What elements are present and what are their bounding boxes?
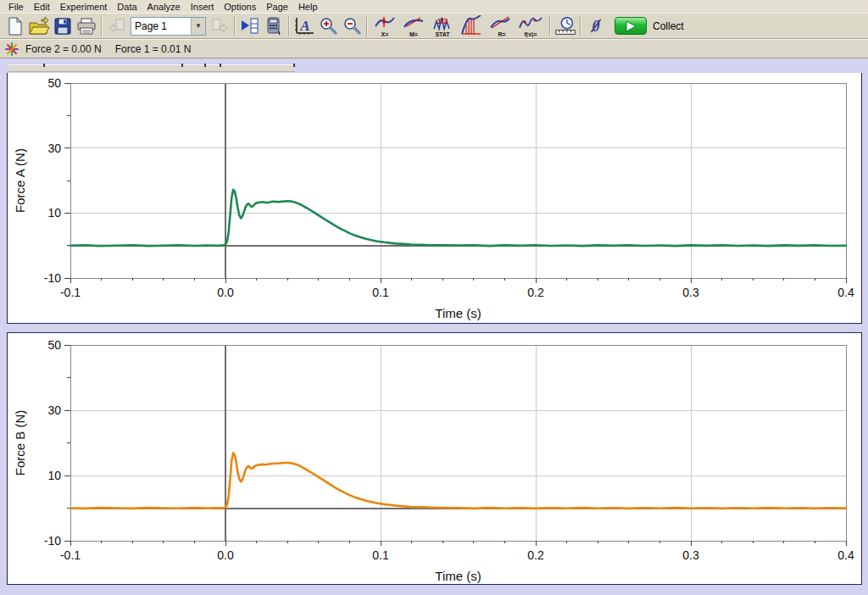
zoom-out-icon <box>342 16 362 36</box>
menu-data[interactable]: Data <box>112 1 142 13</box>
svg-text:0.3: 0.3 <box>682 286 699 299</box>
sensor-asterisk-icon <box>5 42 19 56</box>
svg-text:30: 30 <box>47 142 61 155</box>
curve-fit-icon: f(x)= <box>517 15 544 37</box>
save-button[interactable] <box>51 14 75 37</box>
svg-text:10: 10 <box>47 206 61 220</box>
printer-icon <box>76 16 97 36</box>
statistics-button[interactable]: 1/2 STAT <box>428 14 457 37</box>
force-a-chart[interactable]: -0.10.00.10.20.30.4-10103050Time (s)Forc… <box>8 73 861 323</box>
data-table-button[interactable] <box>238 14 262 37</box>
force-2-readout: Force 2 = 0.00 N <box>25 43 102 55</box>
examine-button[interactable]: X= <box>370 14 399 37</box>
page-selector-dropdown-button[interactable]: ▼ <box>191 18 205 35</box>
live-readout-bar: Force 2 = 0.00 N Force 1 = 0.01 N <box>0 39 868 58</box>
menu-page[interactable]: Page <box>261 1 293 13</box>
statistics-icon: 1/2 STAT <box>431 15 454 37</box>
zoom-in-icon <box>318 16 338 36</box>
data-collection-setup-button[interactable] <box>554 14 577 37</box>
menu-help[interactable]: Help <box>293 1 323 13</box>
previous-page-button[interactable] <box>105 14 129 37</box>
zoom-in-button[interactable] <box>316 14 340 37</box>
calculator-icon <box>264 16 284 36</box>
curve-fit-label: f(x)= <box>525 31 537 37</box>
previous-page-icon <box>108 17 126 36</box>
autoscale-icon: A <box>293 16 315 36</box>
toolbar-separator <box>288 16 290 36</box>
force-a-graph-window: -0.10.00.10.20.30.4-10103050Time (s)Forc… <box>7 73 862 324</box>
page-selector-value: Page 1 <box>131 19 191 34</box>
calculator-button[interactable] <box>262 14 286 37</box>
toolbar-separator <box>549 16 551 36</box>
toolbar-separator <box>234 16 236 36</box>
tangent-button[interactable]: M= <box>399 14 428 37</box>
zero-button[interactable]: 0 <box>584 14 608 37</box>
menu-options[interactable]: Options <box>219 1 261 13</box>
svg-text:50: 50 <box>47 76 61 90</box>
new-file-icon <box>6 16 25 36</box>
collect-label: Collect <box>653 20 684 32</box>
zero-icon: 0 <box>588 16 604 36</box>
data-collection-clock-icon <box>554 15 577 37</box>
next-page-icon <box>210 17 229 36</box>
svg-text:0.2: 0.2 <box>527 286 544 299</box>
linear-fit-icon: R= <box>488 15 512 37</box>
linear-fit-button[interactable]: R= <box>486 14 515 37</box>
svg-text:0.3: 0.3 <box>682 548 699 562</box>
collect-button[interactable]: Collect <box>615 17 684 35</box>
svg-text:-10: -10 <box>44 271 61 285</box>
next-page-button[interactable] <box>208 14 231 37</box>
svg-text:-0.1: -0.1 <box>60 286 81 299</box>
svg-text:0.0: 0.0 <box>217 548 234 562</box>
zoom-out-button[interactable] <box>340 14 364 37</box>
toolbar: Page 1 ▼ <box>0 13 868 39</box>
open-folder-icon <box>28 16 50 36</box>
menu-experiment[interactable]: Experiment <box>55 1 113 13</box>
svg-text:Force B (N): Force B (N) <box>13 410 27 476</box>
tangent-label: M= <box>409 31 418 37</box>
force-b-chart[interactable]: -0.10.00.10.20.30.4-10103050Time (s)Forc… <box>8 333 861 584</box>
svg-text:30: 30 <box>47 403 61 417</box>
svg-text:-10: -10 <box>44 534 61 548</box>
save-floppy-icon <box>53 16 72 36</box>
integral-icon <box>459 15 483 37</box>
logger-pro-window: File Edit Experiment Data Analyze Insert… <box>0 0 868 595</box>
print-button[interactable] <box>75 14 98 37</box>
autoscale-button[interactable]: A <box>292 14 316 37</box>
examine-label: X= <box>381 31 389 37</box>
page-selector[interactable]: Page 1 ▼ <box>131 17 206 36</box>
menu-edit[interactable]: Edit <box>29 1 55 13</box>
force-1-readout: Force 1 = 0.01 N <box>115 43 192 55</box>
svg-text:A: A <box>299 18 309 34</box>
force-b-graph-window: -0.10.00.10.20.30.4-10103050Time (s)Forc… <box>7 332 862 585</box>
menu-bar: File Edit Experiment Data Analyze Insert… <box>0 0 868 13</box>
svg-text:Time (s): Time (s) <box>435 306 481 320</box>
new-file-button[interactable] <box>3 14 27 37</box>
svg-text:0.4: 0.4 <box>837 548 854 562</box>
data-table-icon <box>239 16 261 36</box>
toolbar-separator <box>580 16 581 36</box>
svg-text:0.0: 0.0 <box>217 286 234 299</box>
svg-text:50: 50 <box>47 338 61 352</box>
svg-text:0.2: 0.2 <box>527 548 544 562</box>
svg-text:Force A (N): Force A (N) <box>13 148 27 213</box>
svg-text:-0.1: -0.1 <box>60 548 81 562</box>
workspace: -0.10.00.10.20.30.4-10103050Time (s)Forc… <box>0 58 868 595</box>
hidden-window-edge <box>8 64 295 72</box>
toolbar-separator <box>101 16 103 36</box>
linear-fit-label: R= <box>498 31 505 37</box>
toolbar-separator <box>366 16 368 36</box>
collect-play-icon <box>615 17 647 35</box>
examine-icon: X= <box>373 15 397 37</box>
stats-glyph: 1/2 <box>437 17 448 25</box>
menu-file[interactable]: File <box>3 1 29 13</box>
svg-text:0.4: 0.4 <box>837 286 854 299</box>
svg-text:0.1: 0.1 <box>372 548 389 562</box>
svg-text:Time (s): Time (s) <box>435 569 481 583</box>
integral-button[interactable] <box>457 14 486 37</box>
svg-text:10: 10 <box>47 469 61 482</box>
menu-analyze[interactable]: Analyze <box>142 1 186 13</box>
menu-insert[interactable]: Insert <box>186 1 220 13</box>
curve-fit-button[interactable]: f(x)= <box>515 14 547 37</box>
open-file-button[interactable] <box>27 14 51 37</box>
